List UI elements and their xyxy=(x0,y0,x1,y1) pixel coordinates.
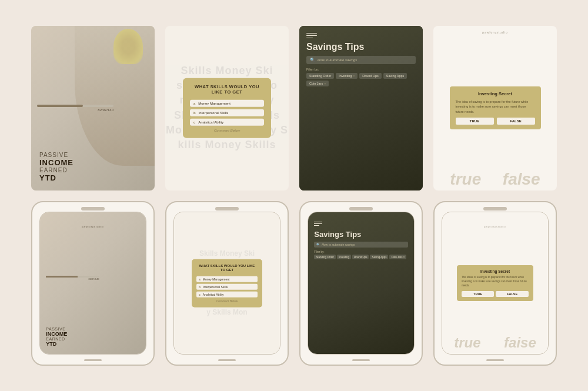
phone-home-bar-2 xyxy=(218,359,236,361)
phone-home-bar-4 xyxy=(486,359,504,361)
phone-notch-4 xyxy=(483,207,507,210)
phone2-content: Skills Money Ski s Money Skills Mo ney S… xyxy=(174,212,279,354)
comment-button[interactable]: Comment Below xyxy=(190,129,264,132)
quiz-option-a[interactable]: a Money Management xyxy=(190,100,264,107)
phone4-tf-buttons: TRUE FALSE xyxy=(462,291,529,297)
phone-inner-3: Savings Tips 🔍 How to automate savings F… xyxy=(308,212,414,355)
phone2-option-c[interactable]: c Analytical Ability xyxy=(196,292,258,298)
phone4-studio: pawlorystudio xyxy=(484,225,506,228)
option-letter-a: a xyxy=(193,102,195,105)
phone3-tag-standing-order[interactable]: Standing Order xyxy=(314,255,336,259)
phone4-wm-false: faise xyxy=(504,335,536,351)
card-what-skills: Skills Money Ski s Money Skills Mo ney S… xyxy=(165,26,289,191)
filter-label: Filter by: xyxy=(306,68,416,71)
phone2-option-letter-a: a xyxy=(199,278,201,281)
progress-track xyxy=(37,105,113,107)
menu-line-2 xyxy=(306,35,317,36)
search-bar[interactable]: 🔍 How to automate savings xyxy=(306,56,416,64)
phone-inner-1: pawlorystudio 82/97/140 PASSIVE INCOME E… xyxy=(39,212,146,355)
phone1-line3: EARNED xyxy=(46,337,67,341)
tag-close-icon[interactable]: × xyxy=(353,74,355,78)
ytd-label: YTD xyxy=(39,173,74,182)
phone-inner-4: pawlorystudio true faise Investing Secre… xyxy=(442,212,548,355)
phone1-content: pawlorystudio 82/97/140 PASSIVE INCOME E… xyxy=(40,212,145,354)
wm-line-1: Skills Money Ski xyxy=(181,64,273,78)
phone3-tag-round-ups[interactable]: Round Ups xyxy=(352,255,369,259)
earned-label: EARNED xyxy=(39,167,74,173)
phone2-quiz: WHAT SKILLS WOULD YOU LIKE TO GET a Mone… xyxy=(192,259,262,308)
filter-tags: Standing Order Investing × Round Ups Sav… xyxy=(306,73,416,86)
phone2-option-text-a: Money Management xyxy=(203,278,230,281)
phone3-tag-investing[interactable]: Investing xyxy=(337,255,351,259)
wm2-line7: y Skills Mon xyxy=(206,308,247,318)
phone4-invest-desc: The ideas of saving is to prepared for t… xyxy=(462,276,529,288)
phone-2: Skills Money Ski s Money Skills Mo ney S… xyxy=(165,201,289,366)
menu-icon[interactable] xyxy=(306,33,317,39)
false-button[interactable]: FALSE xyxy=(497,118,535,125)
wm-false: false xyxy=(503,171,540,188)
phone3-menu-line2 xyxy=(314,223,322,224)
invest-desc: The idea of saving is to prepare for the… xyxy=(456,99,535,114)
phone1-bottom-text: PASSIVE INCOME EARNED YTD xyxy=(46,327,67,347)
tag-text: Saving Apps xyxy=(386,74,405,78)
option-text-a: Money Management xyxy=(198,102,230,105)
option-letter-b: b xyxy=(193,111,196,115)
search-icon: 🔍 xyxy=(310,58,315,62)
phone2-option-letter-b: b xyxy=(199,285,201,289)
quiz-box: WHAT SKILLS WOULD YOU LIKE TO GET a Mone… xyxy=(183,78,271,138)
phone2-option-a[interactable]: a Money Management xyxy=(196,276,258,282)
wm2-line1: Skills Money Ski xyxy=(199,249,255,259)
tag-standing-order[interactable]: Standing Order xyxy=(306,73,334,79)
quiz-title: WHAT SKILLS WOULD YOU LIKE TO GET xyxy=(190,83,264,95)
income-label: INCOME xyxy=(39,158,74,167)
phone3-filter-label: Filter by: xyxy=(314,250,407,253)
phone1-line2: INCOME xyxy=(46,331,67,337)
phone3-search-bar[interactable]: 🔍 How to automate savings xyxy=(314,242,407,248)
card-passive-income: 82/97/140 PASSIVE INCOME EARNED YTD xyxy=(31,26,155,191)
invest-title: Investing Secret xyxy=(456,91,535,96)
phone3-savings-title: Savings Tips xyxy=(314,230,407,239)
phone-home-bar-1 xyxy=(84,359,102,361)
studio-label: pawlorystudio xyxy=(482,31,508,34)
tag-coin-jars[interactable]: Coin Jars × xyxy=(306,81,329,86)
tag-close-icon-2[interactable]: × xyxy=(324,82,326,85)
phone2-option-letter-c: c xyxy=(199,293,201,296)
tag-text: Coin Jars xyxy=(309,82,323,85)
wm-true: true xyxy=(450,171,481,188)
option-text-c: Analytical Ability xyxy=(198,121,223,124)
phone3-menu-icon[interactable] xyxy=(314,222,322,226)
progress-label: 82/97/140 xyxy=(37,108,113,112)
main-grid: 82/97/140 PASSIVE INCOME EARNED YTD Skil… xyxy=(19,14,569,377)
plant-decoration xyxy=(113,29,143,64)
menu-line-1 xyxy=(306,33,317,34)
true-button[interactable]: TRUE xyxy=(456,118,494,125)
phone4-true-button[interactable]: TRUE xyxy=(462,291,495,297)
tag-round-ups[interactable]: Round Ups xyxy=(359,73,382,79)
savings-title: Savings Tips xyxy=(306,42,416,52)
phone3-content: Savings Tips 🔍 How to automate savings F… xyxy=(308,212,413,354)
phone3-search-icon: 🔍 xyxy=(316,243,320,246)
quiz-option-b[interactable]: b Interpersonal Skills xyxy=(190,109,264,116)
phone3-tag-coin-jars[interactable]: Coin Jars × xyxy=(389,255,406,259)
phone-notch-1 xyxy=(81,207,105,210)
phone2-quiz-title: WHAT SKILLS WOULD YOU LIKE TO GET xyxy=(196,263,258,273)
phone3-menu-line1 xyxy=(314,222,322,222)
tag-saving-apps[interactable]: Saving Apps xyxy=(383,73,407,79)
phone-notch-3 xyxy=(349,207,373,210)
phone3-tag-saving-apps[interactable]: Saving Apps xyxy=(370,255,388,259)
phone3-search-text: How to automate savings xyxy=(322,243,355,246)
progress-bar-container: 82/97/140 xyxy=(37,105,149,112)
passive-income-text: PASSIVE INCOME EARNED YTD xyxy=(39,152,74,182)
tag-investing[interactable]: Investing × xyxy=(336,73,358,79)
phone4-false-button[interactable]: FALSE xyxy=(496,291,529,297)
true-false-watermark: true false xyxy=(433,171,557,188)
phone-1: pawlorystudio 82/97/140 PASSIVE INCOME E… xyxy=(31,201,155,366)
card-savings-tips: Savings Tips 🔍 How to automate savings F… xyxy=(299,26,423,191)
phone-home-bar-3 xyxy=(352,359,370,361)
phone-notch-2 xyxy=(215,207,239,210)
tf-buttons: TRUE FALSE xyxy=(456,118,535,125)
quiz-option-c[interactable]: c Analytical Ability xyxy=(190,119,264,126)
phone2-comment-btn[interactable]: Comment Below xyxy=(196,299,258,303)
phone1-line1: PASSIVE xyxy=(46,327,67,331)
phone2-option-b[interactable]: b Interpersonal Skills xyxy=(196,284,258,290)
